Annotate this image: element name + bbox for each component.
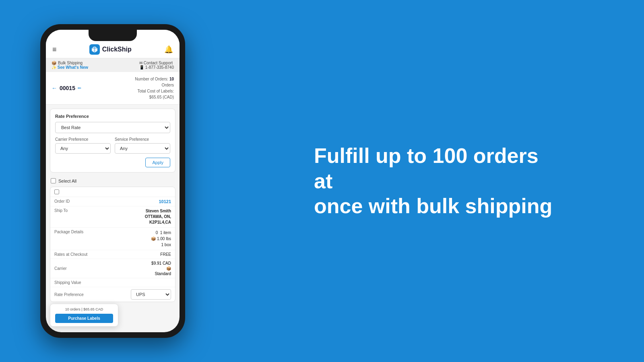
top-bar: 📦 Bulk Shipping ✨ See What's New ✉ Conta… [46,58,180,72]
rate-card-title: Rate Preference [55,114,170,119]
back-arrow-icon[interactable]: ← [52,85,57,91]
logo-icon [89,44,100,55]
carrier-service: Standard [155,272,171,276]
package-items: 1 item [160,230,171,235]
num-orders-label: Number of Orders: [135,77,168,81]
ship-to-name: Steven Smith [145,208,171,214]
top-bar-right: ✉ Contact Support 📱 1-877-335-8740 [139,61,174,70]
package-icon: 📦 [151,237,156,241]
edit-icon[interactable]: ✏ [78,86,81,91]
rates-label: Rates at Checkout [54,252,87,257]
select-all-checkbox[interactable] [51,178,56,183]
package-details-row: Package Details 0 1 item 📦 1.00 lbs 1 bo… [50,228,175,250]
package-weight: 1.00 lbs [157,237,171,241]
order-id-label: Order ID [54,199,87,204]
popup-label: 10 orders | $65.65 CAD [55,307,113,311]
order-stats: Number of Orders: 10 Orders Total Cost o… [135,76,174,100]
order-number: 00015 [60,85,75,91]
order-id-section: ← 00015 ✏ [52,85,81,91]
rate-preference-select[interactable]: Best Rate [55,122,170,133]
package-details-value: 0 1 item 📦 1.00 lbs 1 box [151,230,171,248]
order-card-top [50,187,175,197]
bulk-shipping-link[interactable]: 📦 Bulk Shipping [52,61,88,65]
total-cost-value: $65.65 (CAD) [135,94,174,100]
phone-frame: ≡ ClickShip 🔔 📦 Bulk S [40,24,185,338]
order-id-value[interactable]: 10121 [159,199,171,204]
order-checkbox[interactable] [54,189,59,194]
package-details-label: Package Details [54,230,87,234]
carrier-value: $9.91 CAD 📦 Standard [151,261,171,276]
phone-number[interactable]: 📱 1-877-335-8740 [139,65,174,70]
service-label: Service Preference [115,137,170,142]
total-cost-label: Total Cost of Labels: [137,89,174,93]
logo-area: ClickShip [89,44,132,55]
ups-icon: 📦 [166,266,171,271]
num-orders-value: 10 [169,77,174,81]
apply-button[interactable]: Apply [145,158,170,167]
contact-support[interactable]: ✉ Contact Support [139,61,174,65]
phone-mockup-section: ≡ ClickShip 🔔 📦 Bulk S [0,0,225,362]
service-col: Service Preference Any [115,137,170,154]
hero-text: Fulfill up to 100 orders at once with bu… [314,143,555,218]
shipping-value-label: Shipping Value [54,280,87,285]
rate-pref-bottom-row: Rate Preference UPS [50,287,175,302]
rate-pref-bottom-label: Rate Preference [54,292,87,297]
carrier-service-row: Carrier Preference Any Service Preferenc… [55,137,170,154]
package-qty: 0 [156,230,158,235]
package-boxes: 1 box [151,242,171,248]
top-bar-left: 📦 Bulk Shipping ✨ See What's New [52,61,88,70]
order-info-bar: ← 00015 ✏ Number of Orders: 10 Orders To… [46,72,180,105]
orders-unit: Orders [135,82,174,88]
service-select[interactable]: Any [115,143,170,154]
phone-icon: 📱 [139,65,144,70]
bell-icon[interactable]: 🔔 [164,45,173,54]
carrier-select[interactable]: Any [55,143,111,154]
rates-value: FREE [160,252,171,257]
purchase-labels-button[interactable]: Purchase Labels [55,314,113,323]
select-all-row: Select All [46,175,180,187]
carrier-row-label: Carrier [54,266,87,271]
hero-line2: once with bulk shipping [314,194,552,218]
phone-notch [89,30,137,41]
rate-preference-card: Rate Preference Best Rate Carrier Prefer… [50,109,175,173]
carrier-price: $9.91 CAD [151,261,171,265]
rates-checkout-row: Rates at Checkout FREE [50,250,175,259]
phone-screen: ≡ ClickShip 🔔 📦 Bulk S [46,30,180,332]
order-id-row: Order ID 10121 [50,197,175,206]
email-icon: ✉ [139,61,142,65]
hero-line1: Fulfill up to 100 orders at [314,144,539,192]
shipping-value-row: Shipping Value [50,278,175,287]
hero-section: Fulfill up to 100 orders at once with bu… [225,127,644,234]
carrier-label: Carrier Preference [55,137,111,142]
screen-content[interactable]: Rate Preference Best Rate Carrier Prefer… [46,105,180,332]
carrier-col: Carrier Preference Any [55,137,111,154]
ship-to-row: Ship To Steven Smith OTTAWA, ON, K2P1L4,… [50,206,175,228]
rate-pref-bottom-select[interactable]: UPS [131,289,171,300]
ship-to-address: OTTAWA, ON, [145,214,171,220]
ship-to-value: Steven Smith OTTAWA, ON, K2P1L4,CA [145,208,171,225]
purchase-popup: 10 orders | $65.65 CAD Purchase Labels [50,304,118,327]
ship-to-postal: K2P1L4,CA [145,220,171,225]
menu-icon[interactable]: ≡ [52,45,57,54]
carrier-row: Carrier $9.91 CAD 📦 Standard [50,259,175,278]
ship-to-label: Ship To [54,208,87,213]
see-whats-new-link[interactable]: ✨ See What's New [52,65,88,70]
order-card: Order ID 10121 Ship To Steven Smith OTTA… [50,187,175,302]
box-icon: 📦 [52,61,56,65]
app-logo-text: ClickShip [102,46,132,53]
select-all-label: Select All [58,179,76,183]
